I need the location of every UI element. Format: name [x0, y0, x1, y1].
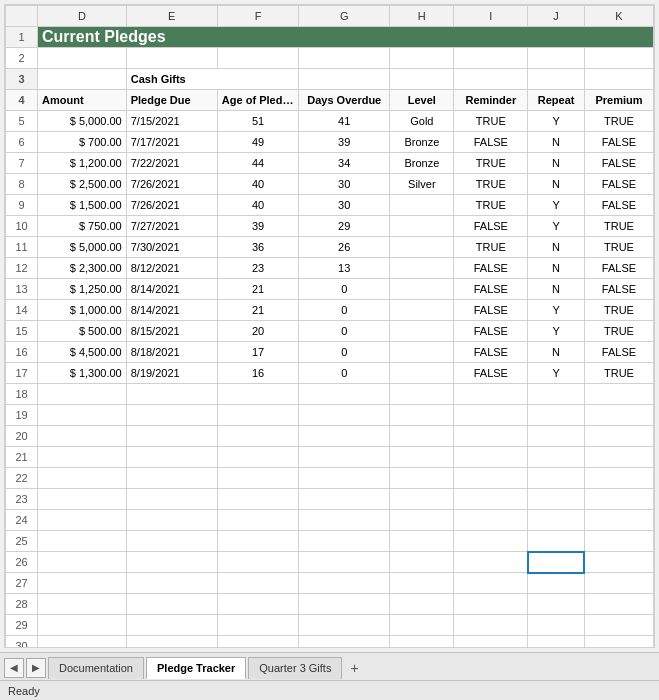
empty-cell	[454, 636, 528, 648]
row-num-empty: 18	[6, 384, 38, 405]
empty-cell	[38, 405, 127, 426]
empty-cell	[528, 636, 585, 648]
cell-days-overdue: 30	[299, 195, 390, 216]
empty-cell	[528, 489, 585, 510]
empty-cell	[528, 468, 585, 489]
empty-cell	[126, 447, 217, 468]
cell-pledge-due: 7/30/2021	[126, 237, 217, 258]
tab-quarter-3-gifts[interactable]: Quarter 3 Gifts	[248, 657, 342, 679]
cell-amount: $ 1,000.00	[38, 300, 127, 321]
title-cell: Current Pledges	[38, 27, 654, 48]
tab-nav-left[interactable]: ◀	[4, 658, 24, 678]
empty-cell	[584, 615, 653, 636]
empty-cell	[584, 573, 653, 594]
tab-documentation[interactable]: Documentation	[48, 657, 144, 679]
tab-pledge-tracker[interactable]: Pledge Tracker	[146, 657, 246, 679]
tab-add-button[interactable]: +	[344, 657, 364, 679]
empty-row: 26	[6, 552, 654, 573]
empty-cell	[390, 636, 454, 648]
cell-level	[390, 237, 454, 258]
empty-cell	[126, 489, 217, 510]
empty-cell	[528, 405, 585, 426]
col-header-j[interactable]: J	[528, 6, 585, 27]
empty-cell	[38, 426, 127, 447]
tab-nav-right[interactable]: ▶	[26, 658, 46, 678]
table-row: 11$ 5,000.007/30/20213626TRUENTRUE	[6, 237, 654, 258]
empty-cell	[38, 594, 127, 615]
data-grid: 5$ 5,000.007/15/20215141GoldTRUEYTRUE6$ …	[5, 110, 654, 384]
empty-cell	[38, 531, 127, 552]
col-header-g[interactable]: G	[299, 6, 390, 27]
cell-repeat: N	[528, 342, 585, 363]
row-num: 14	[6, 300, 38, 321]
col-header-d[interactable]: D	[38, 6, 127, 27]
cell-reminder: FALSE	[454, 300, 528, 321]
empty-cell	[217, 468, 298, 489]
empty-cell	[299, 531, 390, 552]
empty-cell	[584, 447, 653, 468]
empty-cell	[217, 426, 298, 447]
col-header-e[interactable]: E	[126, 6, 217, 27]
empty-cell	[217, 405, 298, 426]
row-num-empty: 30	[6, 636, 38, 648]
col-header-f[interactable]: F	[217, 6, 298, 27]
cell-days-overdue: 0	[299, 300, 390, 321]
empty-grid: 18192021222324252627282930313233	[5, 383, 654, 647]
empty-cell	[454, 531, 528, 552]
empty-cell	[299, 615, 390, 636]
cell-age: 16	[217, 363, 298, 384]
empty-cell	[584, 510, 653, 531]
empty-cell	[217, 615, 298, 636]
cell-days-overdue: 30	[299, 174, 390, 195]
empty-cell	[126, 510, 217, 531]
row-num: 16	[6, 342, 38, 363]
cell-age: 51	[217, 111, 298, 132]
empty-cell	[299, 594, 390, 615]
cell-level: Bronze	[390, 153, 454, 174]
cell-amount: $ 4,500.00	[38, 342, 127, 363]
row-num: 5	[6, 111, 38, 132]
empty-cell	[454, 552, 528, 573]
empty-row: 21	[6, 447, 654, 468]
cell-repeat: N	[528, 153, 585, 174]
empty-cell	[126, 531, 217, 552]
empty-cell	[38, 510, 127, 531]
cell-pledge-due: 8/19/2021	[126, 363, 217, 384]
empty-cell	[454, 468, 528, 489]
empty-row: 24	[6, 510, 654, 531]
cell-days-overdue: 34	[299, 153, 390, 174]
empty-cell	[454, 426, 528, 447]
empty-cell	[126, 552, 217, 573]
cell-level	[390, 195, 454, 216]
empty-cell	[454, 573, 528, 594]
empty-row: 25	[6, 531, 654, 552]
row-num: 9	[6, 195, 38, 216]
empty-row: 28	[6, 594, 654, 615]
empty-cell	[584, 468, 653, 489]
empty-cell	[390, 531, 454, 552]
table-row: 15$ 500.008/15/2021200FALSEYTRUE	[6, 321, 654, 342]
cell-pledge-due: 7/15/2021	[126, 111, 217, 132]
header-age: Age of Pledge	[217, 90, 298, 111]
cell-repeat: Y	[528, 300, 585, 321]
empty-cell	[454, 489, 528, 510]
row-num: 15	[6, 321, 38, 342]
cell-days-overdue: 29	[299, 216, 390, 237]
empty-cell	[454, 615, 528, 636]
empty-cell	[390, 468, 454, 489]
empty-cell	[126, 384, 217, 405]
col-header-k[interactable]: K	[584, 6, 653, 27]
empty-row: 18	[6, 384, 654, 405]
empty-cell	[390, 552, 454, 573]
cell-reminder: FALSE	[454, 321, 528, 342]
col-header-h[interactable]: H	[390, 6, 454, 27]
cell-age: 21	[217, 279, 298, 300]
row-num-3: 3	[6, 69, 38, 90]
cell-age: 21	[217, 300, 298, 321]
empty-row: 22	[6, 468, 654, 489]
col-header-i[interactable]: I	[454, 6, 528, 27]
corner-cell	[6, 6, 38, 27]
cell-pledge-due: 7/26/2021	[126, 195, 217, 216]
row-num: 8	[6, 174, 38, 195]
cell-premium: FALSE	[584, 174, 653, 195]
